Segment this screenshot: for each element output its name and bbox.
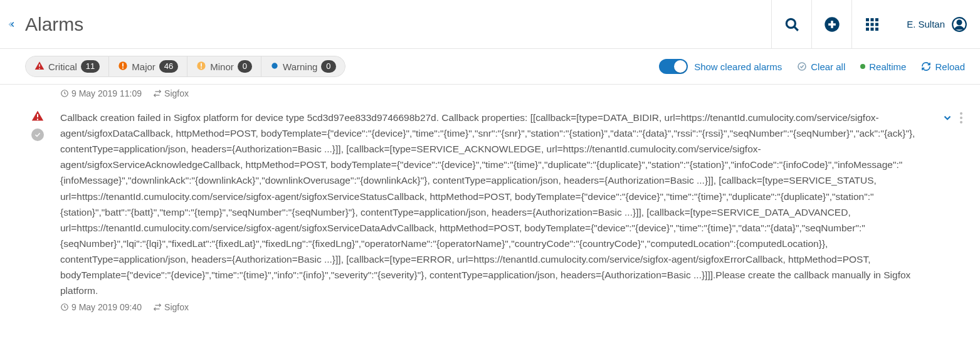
expand-alarm-button[interactable] xyxy=(937,110,957,298)
realtime-label: Realtime xyxy=(869,61,906,72)
svg-point-29 xyxy=(960,121,962,123)
filter-major-label: Major xyxy=(132,61,155,72)
alarm-timestamp: 9 May 2019 11:09 xyxy=(60,88,142,98)
page-title: Alarms xyxy=(25,14,83,35)
apps-button[interactable] xyxy=(851,0,892,49)
svg-rect-17 xyxy=(122,63,124,66)
clear-all-icon xyxy=(797,61,807,71)
filter-warning-label: Warning xyxy=(283,61,317,72)
alarm-timestamp-text: 9 May 2019 11:09 xyxy=(71,88,142,98)
alarm-meta: 9 May 2019 09:40 Sigfox xyxy=(0,298,980,316)
svg-rect-10 xyxy=(875,23,878,26)
more-vertical-icon xyxy=(960,112,962,123)
svg-point-18 xyxy=(122,67,124,68)
reload-button[interactable]: Reload xyxy=(921,61,965,72)
filter-critical-count: 11 xyxy=(81,60,100,73)
filter-critical[interactable]: Critical 11 xyxy=(25,56,109,77)
svg-rect-8 xyxy=(866,23,869,26)
svg-line-1 xyxy=(794,26,798,30)
filter-warning[interactable]: Warning 0 xyxy=(261,56,345,77)
reload-label: Reload xyxy=(935,61,965,72)
filter-minor-label: Minor xyxy=(210,61,234,72)
show-cleared-label[interactable]: Show cleared alarms xyxy=(694,61,782,72)
svg-point-0 xyxy=(786,19,795,28)
minor-icon xyxy=(196,61,206,73)
realtime-button[interactable]: Realtime xyxy=(860,61,906,72)
user-name: E. Sultan xyxy=(907,19,945,29)
alarm-timestamp-text: 9 May 2019 09:40 xyxy=(71,302,142,312)
show-cleared-toggle[interactable] xyxy=(659,59,688,74)
filter-major-count: 46 xyxy=(159,60,178,73)
filter-major[interactable]: Major 46 xyxy=(109,56,187,77)
svg-rect-11 xyxy=(866,28,869,31)
filter-minor-count: 0 xyxy=(238,60,252,73)
realtime-status-dot-icon xyxy=(860,64,865,69)
svg-point-28 xyxy=(960,117,962,119)
swap-icon xyxy=(153,89,162,98)
svg-rect-12 xyxy=(870,28,873,31)
chevron-down-icon xyxy=(942,112,953,123)
toolbar: Critical 11 Major 46 Minor 0 xyxy=(0,49,980,85)
svg-point-27 xyxy=(960,112,962,115)
alarm-source[interactable]: Sigfox xyxy=(153,302,189,312)
search-button[interactable] xyxy=(771,0,811,49)
svg-rect-6 xyxy=(870,18,873,21)
clear-all-button[interactable]: Clear all xyxy=(797,61,845,72)
filter-critical-label: Critical xyxy=(48,61,77,72)
filter-minor[interactable]: Minor 0 xyxy=(187,56,261,77)
alarm-source-text: Sigfox xyxy=(164,88,189,98)
clock-icon xyxy=(60,303,69,312)
alarm-timestamp: 9 May 2019 09:40 xyxy=(60,302,142,312)
user-menu[interactable]: E. Sultan xyxy=(892,16,967,33)
alarm-text: Callback creation failed in Sigfox platf… xyxy=(60,110,937,298)
severity-filter-group: Critical 11 Major 46 Minor 0 xyxy=(25,56,345,77)
warning-icon xyxy=(270,61,279,72)
header-bar: Alarms E. Sultan xyxy=(0,0,980,49)
reload-icon xyxy=(921,61,931,71)
svg-rect-7 xyxy=(875,18,878,21)
alarm-source-text: Sigfox xyxy=(164,302,189,312)
svg-point-21 xyxy=(201,67,202,68)
alarm-item[interactable]: Callback creation failed in Sigfox platf… xyxy=(0,102,980,298)
svg-point-15 xyxy=(957,20,962,24)
svg-rect-5 xyxy=(866,18,869,21)
svg-point-22 xyxy=(271,63,277,68)
critical-icon xyxy=(34,61,45,73)
alarm-more-menu[interactable] xyxy=(957,110,965,298)
svg-rect-13 xyxy=(875,28,878,31)
search-icon xyxy=(784,16,800,33)
filter-warning-count: 0 xyxy=(321,60,335,73)
alarm-status-icons xyxy=(25,110,50,298)
svg-rect-20 xyxy=(201,63,202,66)
major-icon xyxy=(118,61,128,73)
alarm-source[interactable]: Sigfox xyxy=(153,88,189,98)
apps-grid-icon xyxy=(865,17,880,32)
swap-icon xyxy=(153,303,162,312)
svg-rect-9 xyxy=(870,23,873,26)
create-button[interactable] xyxy=(811,0,851,49)
alarms-list: 9 May 2019 11:09 Sigfox Callback creatio… xyxy=(0,85,980,316)
alarm-meta: 9 May 2019 11:09 Sigfox xyxy=(0,85,980,102)
alarm-cleared-icon[interactable] xyxy=(31,128,44,141)
plus-circle-icon xyxy=(823,16,841,33)
user-avatar-icon xyxy=(951,16,967,33)
alarm-severity-icon xyxy=(31,110,44,125)
clock-icon xyxy=(60,89,69,98)
clear-all-label: Clear all xyxy=(811,61,845,72)
collapse-sidebar-icon[interactable] xyxy=(5,17,20,32)
